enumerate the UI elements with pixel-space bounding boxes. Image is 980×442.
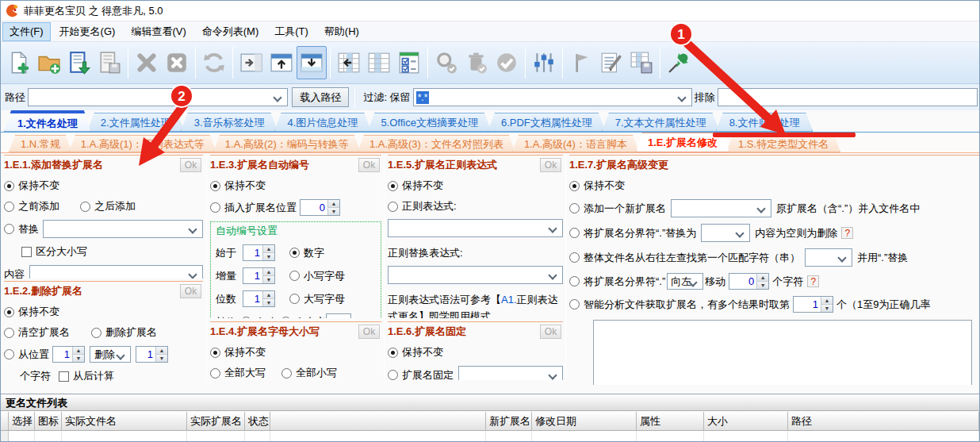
column-header-status[interactable]: 状态: [245, 412, 270, 431]
fixed-extension-combobox[interactable]: [458, 366, 563, 380]
regex-replace-combobox[interactable]: [388, 266, 563, 284]
radio-keep[interactable]: [4, 181, 14, 191]
panel-down-icon[interactable]: [297, 46, 327, 79]
digits-stepper[interactable]: 1▲▼: [243, 290, 275, 307]
help-icon[interactable]: ?: [807, 275, 819, 287]
pin-icon[interactable]: [664, 46, 694, 79]
radio-clear-extension[interactable]: [4, 328, 14, 338]
filter-sliders-icon[interactable]: [529, 46, 559, 79]
radio-add-before[interactable]: [4, 202, 14, 212]
refresh-icon[interactable]: [199, 46, 229, 79]
radio-number[interactable]: [289, 248, 300, 258]
tab-music-tags[interactable]: 3.音乐标签处理: [181, 113, 278, 132]
radio-from-position[interactable]: [4, 349, 14, 359]
move-count-stepper[interactable]: 0▲▼: [729, 273, 769, 290]
save-list-icon[interactable]: [94, 46, 124, 79]
menu-tools[interactable]: 工具(T): [267, 22, 316, 41]
column-header[interactable]: [1, 412, 9, 431]
column-header-icon[interactable]: 图标: [35, 412, 62, 431]
radio-keep[interactable]: [388, 181, 398, 191]
ok-button[interactable]: Ok: [358, 158, 380, 172]
replace-combobox[interactable]: [43, 220, 203, 238]
tab-filename-processing[interactable]: 1.文件名处理: [4, 110, 91, 132]
checkbox-from-end[interactable]: [59, 371, 69, 382]
radio-move-dot[interactable]: [569, 276, 580, 286]
column-header-actual-filename[interactable]: 实际文件名: [62, 412, 187, 431]
radio-replace[interactable]: [4, 224, 14, 234]
radio-pad-custom[interactable]: [281, 317, 291, 318]
regex-combobox[interactable]: [388, 219, 563, 237]
insert-position-stepper[interactable]: 0▲▼: [300, 199, 340, 216]
result-index-stepper[interactable]: 1▲▼: [793, 296, 833, 313]
radio-find-from-right[interactable]: [569, 252, 580, 263]
tab-extension-modify[interactable]: 1.E.扩展名修改: [636, 133, 729, 152]
flag-icon[interactable]: [566, 46, 596, 79]
dot-replace-combobox[interactable]: [701, 224, 750, 242]
import-list-icon[interactable]: [64, 46, 94, 79]
radio-all-uppercase[interactable]: [210, 368, 220, 379]
filter-combobox[interactable]: *.*: [413, 88, 692, 106]
menu-edit-view[interactable]: 编辑查看(V): [124, 22, 193, 41]
smart-analyze-listbox[interactable]: [593, 320, 972, 385]
grid-column-icon[interactable]: [364, 46, 394, 79]
load-path-button[interactable]: 载入路径: [292, 87, 349, 107]
radio-insert-position[interactable]: [210, 202, 220, 213]
column-header-path[interactable]: 路径: [788, 412, 979, 431]
tab-image-info[interactable]: 4.图片信息处理: [274, 113, 372, 132]
menu-command-list[interactable]: 命令列表(M): [195, 22, 266, 41]
menu-help[interactable]: 帮助(H): [317, 22, 366, 41]
column-header-actual-extension[interactable]: 实际扩展名: [187, 412, 245, 431]
path-combobox[interactable]: [28, 88, 288, 106]
grid-move-left-icon[interactable]: [334, 46, 364, 79]
radio-pad-auto[interactable]: [241, 317, 251, 318]
clear-list-icon[interactable]: [162, 46, 192, 79]
radio-keep[interactable]: [210, 348, 220, 358]
tab-specific-type[interactable]: 1.S.特定类型文件名: [726, 135, 840, 152]
ok-button[interactable]: Ok: [540, 158, 561, 172]
column-header-blank[interactable]: [270, 412, 486, 431]
column-header-select[interactable]: 选择: [9, 412, 35, 431]
radio-regex[interactable]: [388, 202, 398, 212]
radio-keep[interactable]: [388, 348, 398, 358]
menu-start-rename[interactable]: 开始更名(G): [52, 22, 123, 41]
search-check-icon[interactable]: [431, 46, 461, 79]
radio-smart-analyze[interactable]: [569, 299, 580, 309]
tab-advanced-4-script[interactable]: 1.A.高级(4)：语言脚本: [512, 135, 639, 152]
ok-button[interactable]: Ok: [358, 325, 380, 339]
radio-keep[interactable]: [4, 307, 14, 317]
tab-file-attributes[interactable]: 2.文件属性处理: [87, 113, 185, 132]
radio-all-lowercase[interactable]: [281, 368, 292, 379]
start-stepper[interactable]: 1▲▼: [243, 244, 275, 261]
ok-button[interactable]: Ok: [540, 325, 561, 339]
column-header-modified-date[interactable]: 修改日期: [532, 412, 637, 431]
checklist-icon[interactable]: [394, 46, 424, 79]
panel-up-icon[interactable]: [266, 46, 297, 79]
radio-add-new-extension[interactable]: [569, 203, 580, 213]
radio-lowercase-letters[interactable]: [289, 271, 300, 281]
direction-combobox[interactable]: 向左: [667, 273, 703, 290]
tab-office-summary[interactable]: 5.Office文档摘要处理: [367, 113, 492, 132]
delete-mode-combobox[interactable]: 删除: [90, 346, 131, 363]
edit-list-icon[interactable]: [596, 46, 626, 79]
checkbox-case-sensitive[interactable]: [21, 247, 32, 257]
radio-fixed-extension[interactable]: [388, 370, 398, 380]
tab-advanced-1-regex[interactable]: 1.A.高级(1)：正则表达式等: [69, 135, 216, 152]
column-header-attributes[interactable]: 属性: [637, 412, 704, 431]
tab-pdf-attributes[interactable]: 6.PDF文档属性处理: [488, 113, 606, 132]
add-folder-icon[interactable]: [34, 46, 64, 79]
exclude-input[interactable]: [718, 88, 978, 106]
tab-text-file[interactable]: 7.文本文件属性处理: [602, 113, 720, 132]
radio-keep[interactable]: [210, 181, 220, 191]
delete-check-icon[interactable]: [461, 46, 492, 79]
radio-keep[interactable]: [569, 181, 580, 191]
grid-save-icon[interactable]: [626, 46, 657, 79]
new-extension-combobox[interactable]: [671, 199, 771, 217]
column-header-size[interactable]: 大小: [704, 412, 788, 431]
help-icon[interactable]: ?: [841, 227, 853, 239]
delete-icon[interactable]: [132, 46, 162, 79]
radio-replace-dot[interactable]: [569, 228, 580, 238]
step-stepper[interactable]: 1▲▼: [243, 267, 275, 284]
radio-add-after[interactable]: [80, 202, 90, 212]
panel-right-icon[interactable]: [236, 46, 266, 79]
radio-remove-extension[interactable]: [91, 328, 101, 338]
